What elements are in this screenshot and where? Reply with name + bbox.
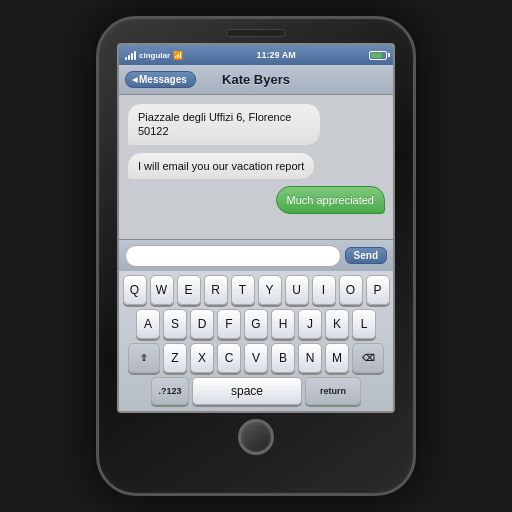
- key-r[interactable]: R: [204, 275, 228, 305]
- battery-icon: [369, 51, 387, 60]
- signal-bar-1: [125, 57, 127, 60]
- input-bar: Send: [119, 239, 393, 271]
- key-k[interactable]: K: [325, 309, 349, 339]
- status-bar: cingular 📶 11:29 AM: [119, 45, 393, 65]
- key-w[interactable]: W: [150, 275, 174, 305]
- key-v[interactable]: V: [244, 343, 268, 373]
- key-o[interactable]: O: [339, 275, 363, 305]
- bubble-text-1: Piazzale degli Uffizi 6, Florence 50122: [138, 111, 291, 137]
- key-s[interactable]: S: [163, 309, 187, 339]
- back-button[interactable]: Messages: [125, 71, 196, 88]
- key-f[interactable]: F: [217, 309, 241, 339]
- key-b[interactable]: B: [271, 343, 295, 373]
- bubble-received-2: I will email you our vacation report: [127, 152, 315, 180]
- wifi-icon: 📶: [173, 51, 183, 60]
- screen: cingular 📶 11:29 AM Messages Kate Byers …: [117, 43, 395, 413]
- key-row-bottom: .?123 space return: [122, 377, 390, 405]
- key-row-2: A S D F G H J K L: [122, 309, 390, 339]
- signal-bar-3: [131, 53, 133, 60]
- key-j[interactable]: J: [298, 309, 322, 339]
- key-z[interactable]: Z: [163, 343, 187, 373]
- key-e[interactable]: E: [177, 275, 201, 305]
- message-row-1: Piazzale degli Uffizi 6, Florence 50122: [127, 103, 385, 146]
- keyboard: Q W E R T Y U I O P A S D F G H J K: [119, 271, 393, 411]
- key-p[interactable]: P: [366, 275, 390, 305]
- bubble-text-3: Much appreciated: [287, 194, 374, 206]
- key-row-1: Q W E R T Y U I O P: [122, 275, 390, 305]
- shift-key[interactable]: ⇧: [128, 343, 160, 373]
- phone-bottom: [238, 419, 274, 455]
- bubble-sent-1: Much appreciated: [276, 186, 385, 214]
- phone-device: cingular 📶 11:29 AM Messages Kate Byers …: [96, 16, 416, 496]
- speaker: [226, 29, 286, 37]
- signal-bars: [125, 50, 136, 60]
- key-n[interactable]: N: [298, 343, 322, 373]
- status-right: [369, 51, 387, 60]
- message-row-3: Much appreciated: [127, 186, 385, 214]
- send-button[interactable]: Send: [345, 247, 387, 264]
- messages-area: Piazzale degli Uffizi 6, Florence 50122 …: [119, 95, 393, 239]
- nav-title: Kate Byers: [222, 72, 290, 87]
- message-input[interactable]: [125, 245, 341, 267]
- bubble-text-2: I will email you our vacation report: [138, 160, 304, 172]
- space-key[interactable]: space: [192, 377, 302, 405]
- status-time: 11:29 AM: [256, 50, 295, 60]
- key-h[interactable]: H: [271, 309, 295, 339]
- numbers-key[interactable]: .?123: [151, 377, 189, 405]
- key-q[interactable]: Q: [123, 275, 147, 305]
- signal-bar-2: [128, 55, 130, 60]
- key-x[interactable]: X: [190, 343, 214, 373]
- key-a[interactable]: A: [136, 309, 160, 339]
- key-l[interactable]: L: [352, 309, 376, 339]
- key-d[interactable]: D: [190, 309, 214, 339]
- nav-bar: Messages Kate Byers: [119, 65, 393, 95]
- return-key[interactable]: return: [305, 377, 361, 405]
- home-button[interactable]: [238, 419, 274, 455]
- key-c[interactable]: C: [217, 343, 241, 373]
- key-u[interactable]: U: [285, 275, 309, 305]
- key-t[interactable]: T: [231, 275, 255, 305]
- key-i[interactable]: I: [312, 275, 336, 305]
- key-row-3: ⇧ Z X C V B N M ⌫: [122, 343, 390, 373]
- bubble-received-1: Piazzale degli Uffizi 6, Florence 50122: [127, 103, 321, 146]
- signal-bar-4: [134, 51, 136, 60]
- status-left: cingular 📶: [125, 50, 183, 60]
- message-row-2: I will email you our vacation report: [127, 152, 385, 180]
- key-g[interactable]: G: [244, 309, 268, 339]
- carrier-label: cingular: [139, 51, 170, 60]
- key-y[interactable]: Y: [258, 275, 282, 305]
- battery-fill: [371, 53, 382, 58]
- key-m[interactable]: M: [325, 343, 349, 373]
- backspace-key[interactable]: ⌫: [352, 343, 384, 373]
